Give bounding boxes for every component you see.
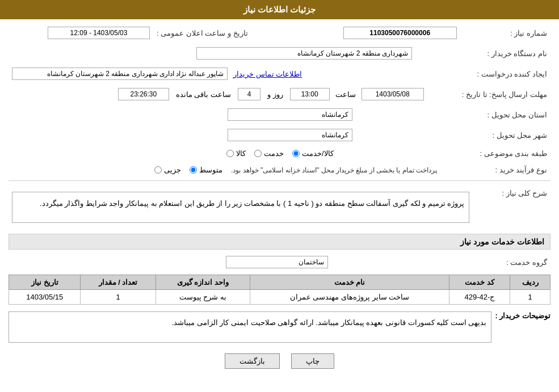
service-group-input[interactable]: [226, 256, 328, 268]
buttons-row: چاپ بازگشت: [9, 353, 550, 369]
table-cell-0: 1: [510, 290, 550, 305]
col-header-unit: واحد اندازه گیری: [155, 275, 250, 290]
back-button[interactable]: بازگشت: [225, 353, 280, 369]
city-label: شهر محل تحویل :: [356, 127, 550, 143]
city-input[interactable]: [228, 129, 352, 141]
classification-label: طبقه بندی موضوعی :: [337, 147, 550, 159]
buyer-org-input[interactable]: [196, 47, 412, 60]
classification-option3[interactable]: کالا/خدمت: [292, 149, 334, 158]
response-time-label: ساعت: [335, 90, 356, 99]
need-number-input[interactable]: [343, 27, 457, 39]
col-header-quantity: تعداد / مقدار: [81, 275, 155, 290]
buyer-notes-text: بدیهی است کلیه کسورات قانونی بعهده پیمان…: [9, 311, 491, 343]
table-cell-3: به شرح پیوست: [155, 290, 250, 305]
general-desc-label: شرح کلی نیاز :: [473, 186, 550, 229]
process-type-option2[interactable]: متوسط: [190, 166, 222, 174]
classification-option1[interactable]: کالا: [226, 149, 246, 158]
response-remaining-input[interactable]: [118, 88, 169, 100]
province-input[interactable]: [228, 108, 352, 121]
service-group-label: گروه خدمت :: [331, 254, 550, 270]
col-header-service-name: نام خدمت: [250, 275, 449, 290]
process-type-option1-label: جزیی: [164, 166, 181, 174]
process-type-note-area: پرداخت تمام یا بخشی از مبلغ خریدار محل "…: [231, 166, 437, 174]
response-deadline-label: مهلت ارسال پاسخ: تا تاریخ :: [427, 86, 550, 102]
requester-label: ایجاد کننده درخواست :: [439, 66, 550, 82]
requester-contact-link[interactable]: اطلاعات تماس خریدار: [233, 70, 302, 78]
services-section-title: اطلاعات خدمات مورد نیاز: [9, 234, 550, 250]
buyer-org-label: نام دستگاه خریدار :: [415, 45, 550, 61]
announcement-date-input[interactable]: [48, 27, 150, 39]
table-row: 1ج-42-429ساخت سایر پروژه‌های مهندسی عمرا…: [9, 290, 550, 305]
col-header-date: تاریخ نیاز: [9, 275, 81, 290]
process-type-option1[interactable]: جزیی: [154, 166, 181, 174]
buyer-notes-label: توضیحات خریدار :: [495, 311, 550, 320]
need-number-label: شماره نیاز :: [460, 25, 550, 41]
process-type-label: نوع فرآیند خرید :: [440, 164, 550, 176]
classification-option3-label: کالا/خدمت: [302, 149, 334, 158]
table-cell-2: ساخت سایر پروژه‌های مهندسی عمران: [250, 290, 449, 305]
general-desc-text: پروژه ترمیم و لکه گیری آسفالت سطح منطقه …: [12, 192, 469, 223]
table-cell-4: 1: [81, 290, 155, 305]
page-title: جزئیات اطلاعات نیاز: [243, 5, 316, 14]
response-time-input[interactable]: [290, 88, 330, 100]
requester-input[interactable]: [12, 68, 228, 80]
process-type-option2-label: متوسط: [199, 166, 222, 174]
classification-option2-label: خدمت: [264, 149, 284, 158]
table-cell-1: ج-42-429: [449, 290, 510, 305]
classification-option2[interactable]: خدمت: [254, 149, 284, 158]
response-days-label: روز و: [267, 90, 283, 99]
section-divider: [9, 180, 550, 181]
response-date-input[interactable]: [362, 88, 424, 100]
col-header-row-num: ردیف: [510, 275, 550, 290]
classification-option1-label: کالا: [236, 149, 246, 158]
services-table: ردیف کد خدمت نام خدمت واحد اندازه گیری ت…: [9, 275, 550, 305]
response-remaining-label: ساعت باقی مانده: [176, 90, 231, 99]
province-label: استان محل تحویل :: [356, 107, 550, 123]
table-cell-5: 1403/05/15: [9, 290, 81, 305]
col-header-service-code: کد خدمت: [449, 275, 510, 290]
response-days-input[interactable]: [238, 88, 260, 100]
page-header: جزئیات اطلاعات نیاز: [0, 0, 559, 19]
announcement-date-label: تاریخ و ساعت اعلان عمومی :: [153, 25, 283, 41]
process-type-note: پرداخت تمام یا بخشی از مبلغ خریدار محل "…: [231, 166, 437, 174]
print-button[interactable]: چاپ: [291, 353, 334, 369]
